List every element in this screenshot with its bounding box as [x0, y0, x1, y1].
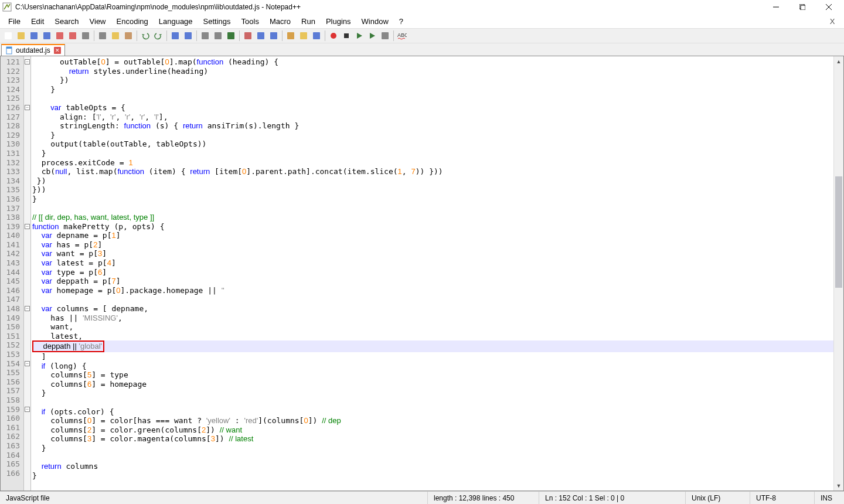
svg-rect-15 — [125, 32, 132, 39]
svg-rect-12 — [82, 32, 89, 39]
code-area[interactable]: outTable[0] = outTable[0].map(function (… — [31, 56, 833, 491]
close-button[interactable] — [54, 30, 66, 42]
sync-button[interactable] — [225, 30, 237, 42]
menu-settings[interactable]: Settings — [199, 16, 236, 27]
status-length: length : 12,398 lines : 450 — [428, 492, 539, 504]
svg-rect-7 — [18, 32, 25, 39]
menu-plugins[interactable]: Plugins — [321, 16, 356, 27]
line-number-gutter: 121 122 123 124 125 126 127 128 129 130 … — [1, 56, 24, 491]
close-all-button[interactable] — [67, 30, 79, 42]
menu-view[interactable]: View — [85, 16, 111, 27]
tab-outdated-js[interactable]: outdated.js ✕ — [1, 44, 65, 56]
menu-edit[interactable]: Edit — [26, 16, 49, 27]
status-eol: Unix (LF) — [686, 492, 750, 504]
app-icon — [2, 2, 12, 12]
spellcheck-button[interactable]: ABC — [396, 30, 408, 42]
undo-button[interactable] — [139, 30, 151, 42]
tab-close-icon[interactable]: ✕ — [54, 47, 61, 54]
word-wrap-button[interactable] — [242, 30, 254, 42]
svg-text:ABC: ABC — [397, 32, 407, 38]
scroll-up-icon[interactable]: ▲ — [834, 56, 843, 66]
fold-gutter[interactable]: − − − − − − — [24, 56, 31, 491]
svg-rect-9 — [43, 32, 50, 39]
minimize-button[interactable] — [763, 0, 789, 14]
record-button[interactable] — [328, 30, 339, 42]
menu-search[interactable]: Search — [50, 16, 83, 27]
svg-rect-32 — [6, 47, 12, 49]
new-file-button[interactable] — [2, 30, 14, 42]
svg-rect-26 — [313, 32, 320, 39]
replace-button[interactable] — [182, 30, 194, 42]
paste-button[interactable] — [122, 30, 134, 42]
svg-rect-21 — [244, 32, 251, 39]
tab-bar: outdated.js ✕ — [0, 43, 844, 56]
svg-rect-20 — [227, 32, 234, 39]
scrollbar-thumb[interactable] — [835, 176, 842, 288]
save-all-button[interactable] — [41, 30, 53, 42]
print-button[interactable] — [80, 30, 91, 42]
svg-rect-11 — [69, 32, 76, 39]
status-bar: JavaScript file length : 12,398 lines : … — [0, 491, 844, 504]
status-ins: INS — [815, 492, 844, 504]
status-filetype: JavaScript file — [0, 492, 428, 504]
svg-rect-23 — [270, 32, 277, 39]
svg-rect-14 — [112, 32, 119, 39]
menu-run[interactable]: Run — [297, 16, 320, 27]
status-position: Ln : 152 Col : 1 Sel : 0 | 0 — [539, 492, 686, 504]
svg-rect-28 — [344, 33, 349, 38]
svg-rect-8 — [30, 32, 38, 39]
file-icon — [5, 46, 13, 55]
svg-rect-19 — [215, 32, 222, 39]
window-title: C:\Users\nachanan\AppData\Roaming\npm\no… — [15, 3, 763, 11]
svg-rect-6 — [5, 32, 12, 39]
vertical-scrollbar[interactable]: ▲ ▼ — [833, 56, 843, 491]
save-button[interactable] — [28, 30, 40, 42]
stop-button[interactable] — [341, 30, 352, 42]
tab-label: outdated.js — [16, 46, 50, 55]
copy-button[interactable] — [110, 30, 121, 42]
svg-rect-29 — [382, 32, 389, 39]
svg-point-27 — [331, 33, 336, 39]
menu-macro[interactable]: Macro — [265, 16, 295, 27]
play-button[interactable] — [353, 30, 365, 42]
zoom-out-button[interactable] — [212, 30, 224, 42]
monitor-button[interactable] — [311, 30, 322, 42]
svg-rect-13 — [99, 32, 106, 39]
svg-rect-25 — [300, 32, 307, 39]
cut-button[interactable] — [97, 30, 108, 42]
svg-rect-16 — [172, 32, 179, 39]
svg-rect-18 — [202, 32, 209, 39]
show-all-button[interactable] — [255, 30, 267, 42]
play-multi-button[interactable] — [366, 30, 378, 42]
folder-doc-button[interactable] — [298, 30, 309, 42]
svg-rect-22 — [257, 32, 264, 39]
menu-close-x[interactable]: X — [824, 17, 840, 26]
window-controls — [763, 0, 842, 14]
find-button[interactable] — [169, 30, 181, 42]
menu-help[interactable]: ? — [394, 16, 408, 27]
menu-window[interactable]: Window — [357, 16, 393, 27]
menu-language[interactable]: Language — [154, 16, 198, 27]
zoom-in-button[interactable] — [199, 30, 211, 42]
svg-rect-17 — [185, 32, 192, 39]
title-bar: C:\Users\nachanan\AppData\Roaming\npm\no… — [0, 0, 844, 14]
close-button[interactable] — [815, 0, 842, 14]
open-file-button[interactable] — [15, 30, 27, 42]
indent-guide-button[interactable] — [268, 30, 280, 42]
svg-rect-10 — [56, 32, 63, 39]
menu-bar: File Edit Search View Encoding Language … — [0, 14, 844, 28]
editor: 121 122 123 124 125 126 127 128 129 130 … — [0, 56, 844, 491]
menu-encoding[interactable]: Encoding — [112, 16, 153, 27]
toolbar: ABC — [0, 28, 844, 43]
status-encoding: UTF-8 — [750, 492, 815, 504]
svg-rect-24 — [287, 32, 294, 39]
menu-file[interactable]: File — [4, 16, 25, 27]
lang-udl-button[interactable] — [285, 30, 297, 42]
redo-button[interactable] — [152, 30, 164, 42]
menu-tools[interactable]: Tools — [237, 16, 264, 27]
svg-rect-3 — [801, 5, 805, 10]
maximize-button[interactable] — [789, 0, 815, 14]
scroll-down-icon[interactable]: ▼ — [834, 481, 843, 491]
save-macro-button[interactable] — [379, 30, 391, 42]
